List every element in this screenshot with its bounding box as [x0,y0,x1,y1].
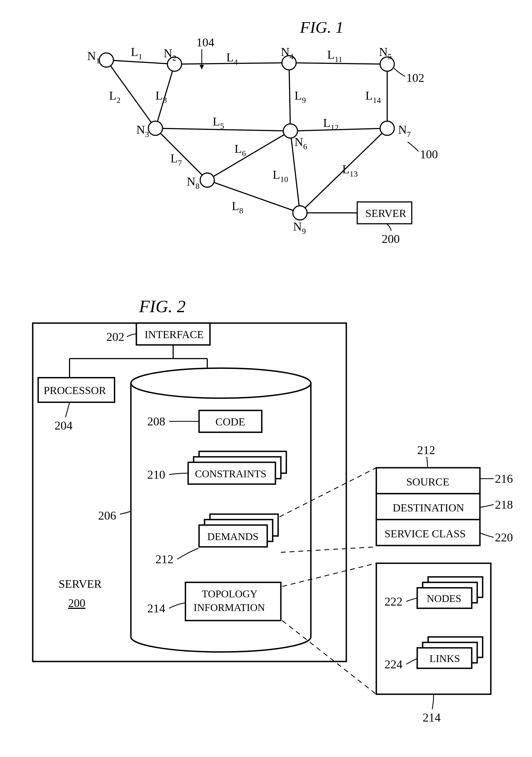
svg-marker-49 [200,65,204,70]
server-inner-label: SERVER [59,578,102,590]
svg-point-17 [148,121,162,136]
ref-202: 202 [106,330,124,344]
svg-line-11 [291,128,387,131]
svg-text:N2: N2 [164,47,177,62]
svg-text:L1: L1 [131,45,142,61]
ref-218: 218 [495,498,513,511]
network-nodes [99,53,394,220]
svg-text:N9: N9 [293,220,306,235]
svg-point-15 [99,53,113,67]
svg-text:100: 100 [420,148,438,161]
constraints-stack: CONSTRAINTS [188,451,286,484]
ref-214b: 214 [423,711,441,724]
processor-label: PROCESSOR [43,384,106,397]
svg-point-21 [380,121,394,136]
svg-text:L9: L9 [294,89,306,105]
links-stack: LINKS [417,637,483,668]
svg-text:L8: L8 [232,199,243,215]
ref-220: 220 [495,531,513,544]
server-200: 200 [68,597,85,609]
code-label: CODE [215,416,245,428]
svg-text:L10: L10 [273,168,288,184]
svg-text:L4: L4 [226,51,238,66]
ref-212b: 212 [417,443,435,457]
svg-text:L5: L5 [213,115,224,131]
dashed-demand-bot [281,547,376,552]
svg-text:N6: N6 [294,136,307,151]
svg-text:L14: L14 [365,89,381,105]
svg-text:L12: L12 [323,116,339,132]
svg-text:N1: N1 [87,49,100,65]
figure-2: FIG. 2 INTERFACE 202 PROCESSOR 204 SERVE… [11,293,532,757]
demands-stack: DEMANDS [199,514,278,547]
svg-text:L3: L3 [155,89,167,105]
svg-text:L2: L2 [109,89,121,105]
information-label: INFORMATION [194,602,265,613]
topology-label: TOPOLOGY [202,588,257,599]
svg-text:L7: L7 [170,152,182,167]
figure-1-title: FIG. 1 [300,18,344,36]
svg-text:102: 102 [406,71,424,85]
svg-point-57 [131,368,311,398]
svg-text:N7: N7 [398,123,411,138]
dashed-demand-top [279,468,376,517]
ref-208: 208 [147,415,165,428]
figure-1: FIG. 1 [11,11,532,271]
svg-text:N3: N3 [136,123,149,138]
source-label: SOURCE [406,476,449,488]
ref-214: 214 [147,602,165,615]
ref-222: 222 [384,595,403,608]
destination-label: DESTINATION [393,501,464,514]
links-label: LINKS [430,653,460,664]
svg-text:N5: N5 [379,45,392,61]
ref-212: 212 [155,553,173,566]
svg-text:L11: L11 [327,48,343,64]
svg-line-8 [289,63,291,131]
svg-point-19 [380,57,394,71]
ref-206: 206 [98,509,116,522]
constraints-label: CONSTRAINTS [195,468,266,479]
svg-point-23 [293,206,307,220]
dashed-topo-bot [282,621,376,694]
nodes-stack: NODES [417,577,483,608]
figure-2-title: FIG. 2 [139,297,186,316]
ref-210: 210 [147,468,165,481]
ref-216: 216 [495,472,513,485]
dashed-topo-top [282,563,376,587]
interface-label: INTERFACE [145,328,204,341]
ref-224: 224 [384,658,403,671]
svg-text:N4: N4 [281,45,294,61]
nodes-label: NODES [427,593,462,604]
svg-text:L6: L6 [235,142,246,158]
svg-text:N8: N8 [187,175,200,191]
ref-204: 204 [55,419,72,432]
svg-text:104: 104 [196,36,214,49]
server-label: SERVER [365,207,406,219]
svg-line-7 [207,180,300,213]
svg-point-22 [200,173,214,187]
svg-text:200: 200 [382,232,400,246]
service-class-label: SERVICE CLASS [384,528,466,540]
svg-line-6 [155,128,207,180]
demand-detail-box: SOURCE DESTINATION SERVICE CLASS [376,468,480,546]
demands-label: DEMANDS [207,531,259,542]
